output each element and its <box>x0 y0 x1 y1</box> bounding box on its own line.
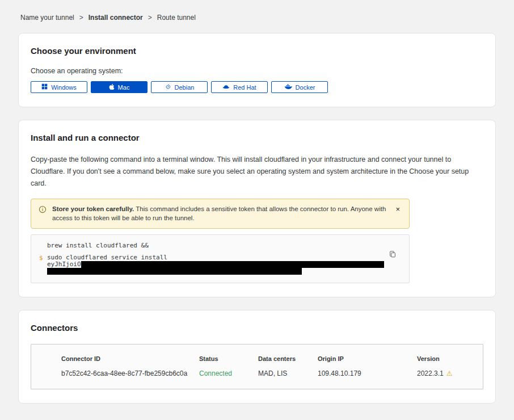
connectors-card: Connectors Connector ID Status Data cent… <box>18 310 496 404</box>
warning-text: Store your token carefully. This command… <box>52 204 387 222</box>
card-title: Install and run a connector <box>31 133 483 142</box>
cell-origin-ip: 109.48.10.179 <box>318 369 417 377</box>
os-button-row: Windows Mac Debian Red Hat Docker <box>31 81 483 93</box>
os-button-redhat[interactable]: Red Hat <box>211 81 268 93</box>
breadcrumb-item-route-tunnel[interactable]: Route tunnel <box>157 14 196 22</box>
code-lines: brew install cloudflared && sudo cloudfl… <box>39 242 386 275</box>
status-badge: Connected <box>199 369 258 377</box>
cell-version: 2022.3.1 ⚠ <box>417 369 471 377</box>
cell-data-centers: MAD, LIS <box>258 369 318 377</box>
windows-icon <box>41 83 48 91</box>
os-button-docker[interactable]: Docker <box>271 81 328 93</box>
breadcrumb-item-install-connector[interactable]: Install connector <box>89 14 143 22</box>
choose-environment-card: Choose your environment Choose an operat… <box>18 33 496 107</box>
copy-command-icon[interactable] <box>389 250 397 260</box>
install-description: Copy-paste the following command into a … <box>31 154 483 190</box>
column-header-data-centers: Data centers <box>258 355 318 362</box>
column-header-connector-id: Connector ID <box>61 355 199 362</box>
os-button-mac[interactable]: Mac <box>91 81 148 93</box>
code-line-token: eyJhIjoiO <box>47 261 386 268</box>
os-button-windows[interactable]: Windows <box>31 81 87 93</box>
version-value: 2022.3.1 <box>417 369 444 377</box>
os-select-label: Choose an operating system: <box>31 67 483 75</box>
warning-title: Store your token carefully. <box>52 205 134 212</box>
column-header-version: Version <box>417 355 471 362</box>
os-button-label: Mac <box>118 84 130 91</box>
code-line: sudo cloudflared service install <box>47 254 386 261</box>
cell-connector-id: b7c52c42-6caa-48ee-8c77-fbe259cb6c0a <box>61 369 199 377</box>
close-icon[interactable]: × <box>393 204 402 214</box>
redhat-icon <box>222 83 230 91</box>
install-command-code-block: $ brew install cloudflared && sudo cloud… <box>31 234 410 283</box>
table-row: b7c52c42-6caa-48ee-8c77-fbe259cb6c0a Con… <box>61 369 471 377</box>
connectors-table: Connector ID Status Data centers Origin … <box>31 344 483 389</box>
breadcrumb: Name your tunnel > Install connector > R… <box>0 0 514 33</box>
token-warning-banner: Store your token carefully. This command… <box>31 199 410 229</box>
breadcrumb-separator: > <box>148 14 152 22</box>
os-button-label: Docker <box>296 84 315 91</box>
code-line-token <box>47 268 386 275</box>
redacted-token-bar <box>81 261 384 268</box>
apple-icon <box>109 83 115 91</box>
table-header-row: Connector ID Status Data centers Origin … <box>61 355 471 362</box>
install-connector-card: Install and run a connector Copy-paste t… <box>18 120 496 297</box>
os-button-label: Windows <box>51 84 77 91</box>
docker-icon <box>284 83 292 91</box>
redacted-token-bar <box>47 268 302 275</box>
breadcrumb-separator: > <box>79 14 83 22</box>
version-warning-icon: ⚠ <box>446 369 453 377</box>
os-button-debian[interactable]: Debian <box>151 81 208 93</box>
breadcrumb-item-name-your-tunnel[interactable]: Name your tunnel <box>20 14 74 22</box>
os-button-label: Debian <box>175 84 195 91</box>
column-header-status: Status <box>199 355 258 362</box>
card-title: Connectors <box>31 323 483 333</box>
token-prefix: eyJhIjoiO <box>47 261 81 268</box>
info-icon <box>39 204 47 216</box>
column-header-origin-ip: Origin IP <box>318 355 417 362</box>
os-button-label: Red Hat <box>233 84 256 91</box>
debian-icon <box>165 83 171 91</box>
code-line: brew install cloudflared && <box>47 242 386 249</box>
card-title: Choose your environment <box>31 46 483 56</box>
shell-prompt: $ <box>39 254 43 262</box>
